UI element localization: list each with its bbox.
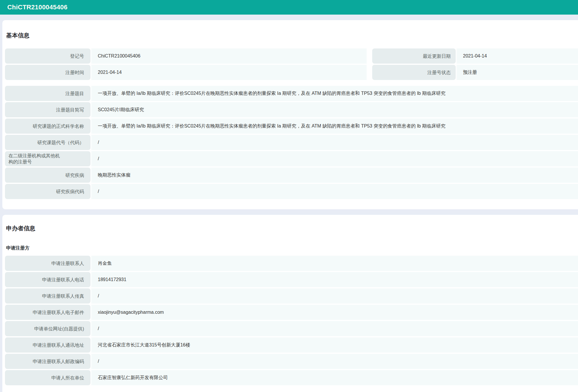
field-row: 申请人所在单位 石家庄智康弘仁新药开发有限公司 [5,370,578,385]
basic-info-rows: 注册题目 一项开放、单臂的 Ia/Ib 期临床研究：评价SC0245片在晚期恶性… [5,86,578,199]
sponsor-info-rows: 申请注册联系人 肖金鱼 申请注册联系人电话 18914172931 申请注册联系… [5,256,578,385]
page-title-bar: ChiCTR2100045406 [0,0,578,15]
field-label: 申请人所在单位 [5,370,90,385]
field-value: / [91,135,578,150]
field-label: 申请单位网址(自愿提供) [5,321,90,336]
field-row: 登记号 ChiCTR2100045406 最近更新日期 2021-04-14 [5,48,578,64]
field-row: 研究疾病代码 / [5,184,578,199]
field-value: SC0245片I期临床研究 [91,102,578,117]
field-value: / [91,151,578,166]
field-row: 申请注册联系人通讯地址 河北省石家庄市长江大道315号创新大厦16楼 [5,337,578,353]
basic-info-grid: 登记号 ChiCTR2100045406 最近更新日期 2021-04-14 注… [5,48,578,80]
field-value: / [91,288,578,304]
sponsor-info-card: 申办者信息 申请注册方 申请注册联系人 肖金鱼 申请注册联系人电话 189141… [2,215,578,392]
field-label: 研究课题的正式科学名称 [5,119,90,134]
field-label: 申请注册联系人 [5,256,90,271]
field-label: 研究疾病 [5,168,90,183]
field-row: 研究课题的正式科学名称 一项开放、单臂的 Ia/Ib 期临床研究：评价SC024… [5,119,578,134]
field-row: 申请注册联系人 肖金鱼 [5,256,578,271]
field-value: 一项开放、单臂的 Ia/Ib 期临床研究：评价SC0245片在晚期恶性实体瘤患者… [91,119,578,134]
field-row: 申请注册联系人电子邮件 xiaojinyu@sagacitypharma.com [5,305,578,320]
field-value: 一项开放、单臂的 Ia/Ib 期临床研究：评价SC0245片在晚期恶性实体瘤患者… [91,86,578,101]
field-value: 河北省石家庄市长江大道315号创新大厦16楼 [91,337,578,353]
field-label: 最近更新日期 [372,48,456,64]
field-value: / [91,321,578,336]
field-row: 申请注册联系人电话 18914172931 [5,272,578,287]
section-heading-basic: 基本信息 [6,32,578,39]
field-label: 在二级注册机构或其他机构的注册号 [5,151,90,166]
field-value: 2021-04-14 [91,65,367,80]
field-label: 申请注册联系人电子邮件 [5,305,90,320]
field-label: 研究疾病代码 [5,184,90,199]
field-value: xiaojinyu@sagacitypharma.com [91,305,578,320]
field-row: 申请单位网址(自愿提供) / [5,321,578,336]
field-row: 研究课题代号（代码） / [5,135,578,150]
field-label: 申请注册联系人传真 [5,288,90,304]
page-title: ChiCTR2100045406 [7,4,67,11]
field-label: 申请注册联系人通讯地址 [5,337,90,353]
field-value: 石家庄智康弘仁新药开发有限公司 [91,370,578,385]
field-label: 登记号 [5,48,90,64]
field-value: / [91,354,578,369]
section-heading-sponsor: 申办者信息 [6,225,578,232]
field-value: ChiCTR2100045406 [91,48,367,64]
field-row: 在二级注册机构或其他机构的注册号 / [5,151,578,166]
column-gap [367,65,372,80]
field-value: 预注册 [457,65,578,80]
field-label: 申请注册联系人电话 [5,272,90,287]
sub-heading-applicant: 申请注册方 [6,245,578,251]
field-label: 注册号状态 [372,65,456,80]
field-row: 申请注册联系人传真 / [5,288,578,304]
field-row: 注册题目简写 SC0245片I期临床研究 [5,102,578,117]
column-gap [367,48,372,64]
field-label: 研究课题代号（代码） [5,135,90,150]
field-value: 肖金鱼 [91,256,578,271]
field-value: 18914172931 [91,272,578,287]
field-label: 注册时间 [5,65,90,80]
field-label: 注册题目简写 [5,102,90,117]
field-row: 申请注册联系人邮政编码 / [5,354,578,369]
field-label: 注册题目 [5,86,90,101]
field-row: 注册时间 2021-04-14 注册号状态 预注册 [5,65,578,80]
field-label: 申请注册联系人邮政编码 [5,354,90,369]
basic-info-card: 基本信息 登记号 ChiCTR2100045406 最近更新日期 2021-04… [2,20,578,209]
field-row: 研究疾病 晚期恶性实体瘤 [5,168,578,183]
field-label-text: 在二级注册机构或其他机构的注册号 [8,153,62,165]
field-value: 晚期恶性实体瘤 [91,168,578,183]
field-row: 注册题目 一项开放、单臂的 Ia/Ib 期临床研究：评价SC0245片在晚期恶性… [5,86,578,101]
field-value: / [91,184,578,199]
field-value: 2021-04-14 [457,48,578,64]
